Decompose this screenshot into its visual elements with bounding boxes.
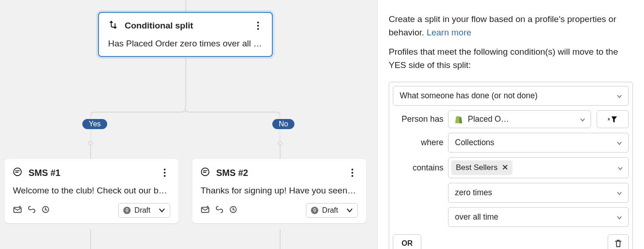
quiet-hours-icon: [41, 205, 50, 215]
timeframe-value: over all time: [455, 212, 498, 222]
sms-preview-text: Thanks for signing up! Have you seen our…: [201, 186, 358, 196]
kebab-icon: [164, 172, 166, 174]
contains-label: contains: [393, 163, 443, 173]
status-dot-icon: [123, 207, 131, 214]
node-menu-button[interactable]: [159, 167, 170, 178]
condition-group: What someone has done (or not done) Pers…: [389, 82, 633, 249]
node-title: SMS #1: [29, 168, 60, 178]
metric-select[interactable]: Placed O…: [448, 110, 591, 128]
connector-line: [185, 58, 186, 106]
dimension-value: Collections: [455, 138, 494, 147]
panel-intro: Create a split in your flow based on a p…: [389, 13, 633, 39]
delete-condition-button[interactable]: [608, 234, 629, 249]
filter-x-icon: x: [608, 115, 618, 124]
chevron-down-icon: [159, 206, 165, 215]
intro-text: Create a split in your flow based on a p…: [389, 14, 616, 37]
timeframe-select[interactable]: over all time: [448, 207, 629, 227]
conditional-split-node[interactable]: Conditional split Has Placed Order zero …: [98, 12, 273, 57]
person-has-label: Person has: [393, 114, 443, 124]
connector-line: [90, 229, 91, 249]
shopify-icon: [454, 115, 463, 124]
chevron-down-icon: [617, 138, 622, 147]
status-label: Draft: [134, 206, 150, 215]
frequency-select[interactable]: zero times: [448, 183, 629, 203]
panel-subhead: Profiles that meet the following conditi…: [389, 45, 633, 72]
chevron-down-icon: [580, 114, 585, 124]
utm-icon: [28, 205, 36, 215]
node-menu-button[interactable]: [253, 20, 264, 31]
svg-text:x: x: [608, 116, 610, 121]
chevron-down-icon: [617, 91, 622, 101]
flow-canvas[interactable]: Conditional split Has Placed Order zero …: [0, 0, 377, 249]
sms-preview-text: Welcome to the club! Check out our best …: [13, 186, 170, 196]
remove-filter-button[interactable]: x: [597, 110, 629, 128]
condition-type-select[interactable]: What someone has done (or not done): [393, 86, 629, 106]
chevron-down-icon: [617, 188, 622, 198]
status-dot-icon: [311, 207, 318, 214]
dimension-select[interactable]: Collections: [448, 133, 629, 153]
chevron-down-icon: [618, 163, 623, 173]
dimension-value-select[interactable]: Best Sellers: [448, 157, 629, 178]
split-icon: [108, 20, 118, 31]
node-description: Has Placed Order zero times over all tim…: [108, 39, 263, 49]
config-panel: Create a split in your flow based on a p…: [377, 0, 644, 249]
tag-label: Best Sellers: [456, 163, 498, 172]
branch-yes-label: Yes: [82, 119, 107, 129]
connector-curve: [91, 106, 280, 144]
connector-line: [280, 145, 281, 159]
kebab-icon: [257, 25, 259, 27]
learn-more-link[interactable]: Learn more: [426, 28, 471, 37]
connector-line: [90, 145, 91, 159]
node-title: SMS #2: [216, 168, 248, 178]
where-label: where: [393, 138, 443, 147]
connector-line: [280, 229, 281, 249]
condition-type-value: What someone has done (or not done): [400, 91, 538, 101]
smart-send-icon: [201, 206, 210, 215]
dimension-tag: Best Sellers: [451, 160, 512, 175]
quiet-hours-icon: [229, 205, 237, 215]
sms-node-1[interactable]: SMS #1 Welcome to the club! Check out ou…: [5, 159, 178, 223]
frequency-value: zero times: [455, 188, 492, 198]
sms-node-2[interactable]: SMS #2 Thanks for signing up! Have you s…: [192, 159, 366, 223]
remove-tag-button[interactable]: [502, 163, 508, 172]
sms-icon: [201, 167, 210, 178]
node-menu-button[interactable]: [347, 167, 358, 178]
status-dropdown[interactable]: Draft: [118, 203, 170, 218]
metric-value: Placed O…: [468, 114, 575, 124]
connector-line: [185, 0, 186, 12]
smart-send-icon: [13, 206, 22, 215]
utm-icon: [215, 205, 224, 215]
trash-icon: [615, 239, 622, 248]
status-label: Draft: [322, 206, 338, 215]
branch-no-label: No: [272, 119, 294, 129]
sms-icon: [13, 167, 22, 178]
kebab-icon: [351, 172, 353, 174]
status-dropdown[interactable]: Draft: [306, 203, 358, 218]
chevron-down-icon: [346, 206, 353, 215]
add-or-button[interactable]: OR: [393, 234, 421, 249]
chevron-down-icon: [617, 212, 622, 222]
node-title: Conditional split: [125, 21, 193, 31]
